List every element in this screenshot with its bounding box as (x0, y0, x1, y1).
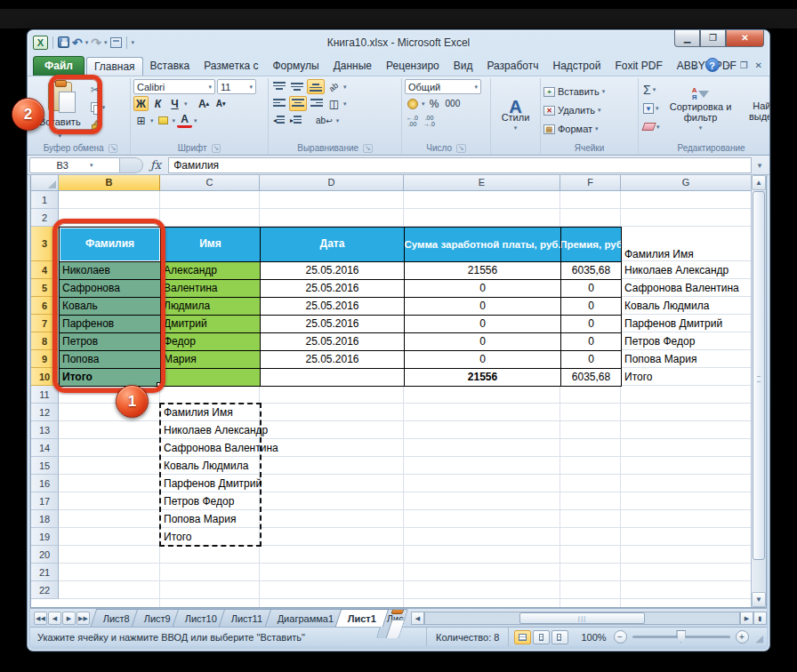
cell-F10[interactable]: 6035,68 (560, 368, 622, 387)
align-top-button[interactable] (271, 79, 287, 94)
number-dialog-launcher-icon[interactable]: ↘ (456, 144, 466, 153)
col-header-B[interactable]: B (59, 175, 160, 191)
cell-C7[interactable]: Дмитрий (160, 315, 261, 333)
name-box-dropdown-icon[interactable]: ▾ (90, 162, 93, 169)
number-format-select[interactable]: Общий▾ (405, 79, 481, 94)
cell-E9[interactable]: 0 (404, 350, 561, 369)
col-header-D[interactable]: D (260, 175, 404, 191)
tab-formulas[interactable]: Формулы (265, 57, 326, 76)
pasted-cell-C14[interactable]: Сафронова Валентина (160, 439, 294, 457)
prev-sheet-icon[interactable]: ◀ (48, 612, 61, 625)
borders-button[interactable]: ⊞ (133, 113, 149, 128)
tab-foxit[interactable]: Foxit PDF (608, 57, 669, 76)
find-select-button[interactable]: Найти и выделить ▾ (740, 79, 769, 141)
cell-E5[interactable]: 0 (404, 279, 561, 298)
table-view-icon[interactable] (110, 37, 122, 48)
grow-font-button[interactable]: А▴ (197, 96, 212, 111)
redo-dropdown-icon[interactable]: ▾ (104, 39, 108, 46)
alignment-dialog-launcher-icon[interactable]: ↘ (363, 144, 373, 153)
cell-C8[interactable]: Федор (160, 332, 261, 351)
last-sheet-icon[interactable]: ▶▶ (76, 612, 90, 625)
autosum-button[interactable]: Σ▾ (641, 82, 662, 97)
page-layout-view-button[interactable] (533, 630, 550, 644)
pasted-cell-C18[interactable]: Попова Мария (160, 510, 285, 528)
row-header-22[interactable]: 22 (31, 581, 59, 599)
shrink-font-button[interactable]: А▾ (213, 96, 229, 111)
cell-C10[interactable] (160, 368, 261, 387)
help-icon[interactable]: ? (705, 58, 720, 72)
merge-center-button[interactable]: ◫ (326, 96, 342, 111)
tab-view[interactable]: Вид (447, 57, 480, 76)
resize-grip-icon[interactable]: ◢ (749, 633, 767, 646)
tab-split-left-icon[interactable]: ◀ (411, 612, 424, 625)
horizontal-scroll-track[interactable] (424, 612, 740, 625)
col-header-E[interactable]: E (404, 175, 560, 191)
page-break-view-button[interactable] (551, 630, 568, 644)
zoom-out-button[interactable]: − (614, 630, 627, 644)
cell-D7[interactable]: 25.05.2016 (260, 315, 405, 333)
pasted-cell-C16[interactable]: Парфенов Дмитрий (160, 475, 285, 492)
row-header-18[interactable]: 18 (31, 510, 59, 528)
align-middle-button[interactable] (289, 79, 305, 94)
cell-C6[interactable]: Людмила (160, 297, 261, 316)
cell-F6[interactable]: 0 (560, 297, 622, 316)
undo-icon[interactable]: ↶ (72, 36, 83, 49)
cell-C4[interactable]: Александр (160, 261, 261, 280)
cell-G4[interactable]: Николаев Александр (621, 261, 751, 279)
tab-page-layout[interactable]: Разметка с (197, 57, 265, 76)
cell-G10[interactable]: Итого (621, 368, 751, 386)
tab-split-handle[interactable]: ▮ (753, 612, 767, 625)
cell-G3[interactable]: Фамилия Имя (621, 227, 751, 262)
cell-D3[interactable]: Дата (260, 227, 405, 262)
cell-E7[interactable]: 0 (404, 315, 561, 333)
row-header-14[interactable]: 14 (31, 439, 59, 457)
wrap-text-button[interactable]: ab↩ (314, 113, 334, 128)
pasted-cell-C19[interactable]: Итого (160, 528, 260, 546)
cell-G8[interactable]: Петров Федор (621, 332, 751, 350)
align-right-button[interactable] (309, 96, 325, 111)
cell-E6[interactable]: 0 (404, 297, 561, 316)
vertical-scroll-thumb[interactable] (753, 191, 765, 560)
cell-F7[interactable]: 0 (560, 315, 622, 333)
underline-dropdown-icon[interactable]: ▾ (184, 100, 188, 108)
tab-data[interactable]: Данные (326, 57, 379, 76)
col-header-F[interactable]: F (560, 175, 621, 191)
align-bottom-button[interactable] (307, 79, 325, 94)
row-header-20[interactable]: 20 (31, 546, 59, 564)
name-box[interactable]: B3▾ (29, 157, 120, 173)
decrease-decimal-button[interactable]: .00→.0 (422, 113, 437, 128)
cell-E4[interactable]: 21556 (404, 261, 561, 280)
align-left-button[interactable] (271, 96, 287, 111)
doc-close-icon[interactable]: ✕ (755, 60, 762, 70)
row-header-12[interactable]: 12 (31, 404, 59, 421)
align-center-button[interactable] (289, 96, 307, 111)
select-all-corner[interactable] (31, 175, 59, 191)
styles-dropdown-icon[interactable]: ▾ (514, 123, 518, 133)
close-button[interactable]: ✕ (726, 30, 764, 47)
save-icon[interactable] (58, 36, 69, 48)
row-header-17[interactable]: 17 (31, 492, 59, 510)
cell-F3[interactable]: Премия, руб (560, 227, 622, 262)
pasted-cell-C13[interactable]: Николаев Александр (160, 421, 285, 439)
undo-dropdown-icon[interactable]: ▾ (85, 39, 89, 46)
accounting-format-button[interactable] (405, 96, 420, 111)
font-dialog-launcher-icon[interactable]: ↘ (212, 144, 221, 153)
cell-D4[interactable]: 25.05.2016 (260, 261, 405, 280)
scroll-down-icon[interactable]: ▼ (752, 592, 766, 607)
row-header-15[interactable]: 15 (31, 457, 59, 475)
tab-insert[interactable]: Вставка (143, 57, 197, 76)
cell-F4[interactable]: 6035,68 (560, 261, 622, 280)
bold-button[interactable]: Ж (133, 96, 149, 111)
doc-restore-icon[interactable]: ❐ (740, 60, 748, 70)
sheet-tab-list1-active[interactable]: Лист1 (335, 609, 390, 627)
italic-button[interactable]: К (150, 96, 165, 111)
expand-formula-bar-icon[interactable]: ▾ (752, 161, 768, 170)
cell-F8[interactable]: 0 (560, 332, 622, 351)
cell-G7[interactable]: Парфенов Дмитрий (621, 315, 751, 332)
excel-logo-icon[interactable]: X (33, 36, 48, 50)
cell-D5[interactable]: 25.05.2016 (260, 279, 405, 298)
formula-input[interactable]: Фамилия (168, 157, 752, 173)
percent-button[interactable]: % (427, 96, 442, 111)
tab-file[interactable]: Файл (33, 56, 85, 76)
cell-G9[interactable]: Попова Мария (621, 350, 751, 368)
